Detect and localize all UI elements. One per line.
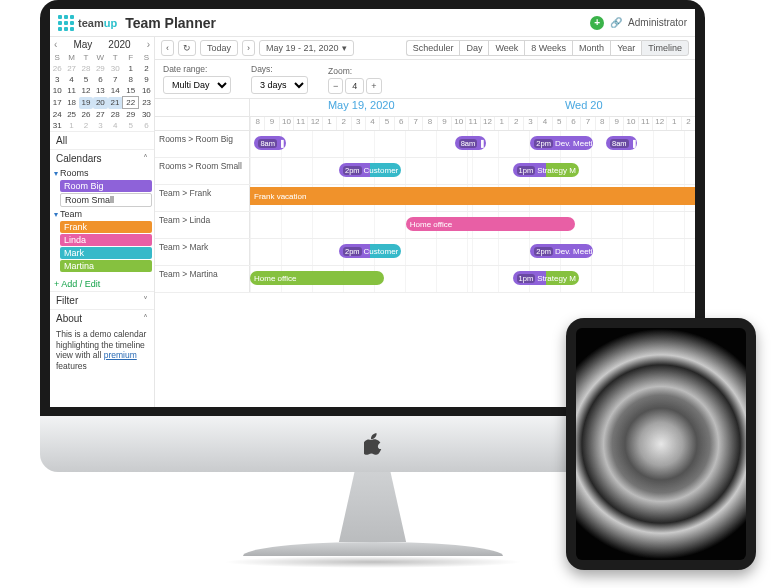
mini-cal-prev[interactable]: ‹ — [54, 39, 57, 50]
mini-cal-day[interactable]: 1 — [64, 120, 78, 131]
timeline-event[interactable]: 1pmStrategy M — [513, 163, 580, 177]
timeline-row-body[interactable]: Home office — [250, 212, 695, 238]
premium-link[interactable]: premium — [104, 350, 137, 360]
add-edit-link[interactable]: + Add / Edit — [50, 277, 154, 291]
mini-cal-next[interactable]: › — [147, 39, 150, 50]
mini-cal-day[interactable]: 4 — [64, 74, 78, 85]
mini-cal-day[interactable]: 24 — [50, 109, 64, 121]
sidebar-about-toggle[interactable]: About˄ — [50, 309, 154, 327]
refresh-button[interactable]: ↻ — [178, 40, 196, 56]
calendar-item[interactable]: Frank — [60, 221, 152, 233]
timeline-event[interactable]: Frank vacation — [250, 187, 695, 205]
date-range-select[interactable]: Multi Day — [163, 76, 231, 94]
mini-cal-day[interactable]: 3 — [50, 74, 64, 85]
view-tab-timeline[interactable]: Timeline — [641, 40, 689, 56]
brand-logo[interactable]: teamup — [58, 15, 117, 31]
mini-cal-day[interactable]: 2 — [79, 120, 93, 131]
mini-cal-day[interactable]: 30 — [139, 109, 154, 121]
timeline-row-body[interactable]: 2pmCustomer2pmDev. Meeti — [250, 239, 695, 265]
calendar-group[interactable]: ▾Rooms — [52, 167, 152, 179]
timeline-event[interactable]: Home office — [250, 271, 384, 285]
zoom-out-button[interactable]: − — [328, 78, 343, 94]
mini-cal-day[interactable]: 19 — [79, 97, 93, 109]
timeline-event[interactable]: 8am❚ — [254, 136, 285, 150]
mini-cal-day[interactable]: 1 — [123, 63, 139, 74]
mini-cal-day[interactable]: 27 — [64, 63, 78, 74]
sidebar-calendars-toggle[interactable]: Calendars˄ — [50, 149, 154, 167]
view-tab-year[interactable]: Year — [610, 40, 641, 56]
mini-cal-day[interactable]: 14 — [108, 85, 123, 97]
mini-cal-day[interactable]: 22 — [123, 97, 139, 109]
mini-cal-day[interactable]: 29 — [123, 109, 139, 121]
mini-cal-day[interactable]: 4 — [108, 120, 123, 131]
timeline-event[interactable]: 8am❚ — [606, 136, 637, 150]
timeline-event[interactable]: Home office — [406, 217, 575, 231]
mini-calendar[interactable]: SMTWTFS 26272829301234567891011121314151… — [50, 52, 154, 131]
timeline-event[interactable]: 2pmDev. Meeti — [530, 136, 592, 150]
calendar-item[interactable]: Room Big — [60, 180, 152, 192]
mini-cal-day[interactable]: 10 — [50, 85, 64, 97]
mini-cal-day[interactable]: 5 — [123, 120, 139, 131]
timeline-event[interactable]: 2pmDev. Meeti — [530, 244, 592, 258]
calendar-group[interactable]: ▾Team — [52, 208, 152, 220]
zoom-in-button[interactable]: + — [366, 78, 381, 94]
calendar-item[interactable]: Mark — [60, 247, 152, 259]
mini-cal-day[interactable]: 7 — [108, 74, 123, 85]
mini-cal-day[interactable]: 11 — [64, 85, 78, 97]
mini-cal-day[interactable]: 23 — [139, 97, 154, 109]
mini-cal-day[interactable]: 17 — [50, 97, 64, 109]
timeline-event[interactable]: 8am❚ — [455, 136, 486, 150]
mini-cal-day[interactable]: 30 — [108, 63, 123, 74]
timeline-event[interactable]: 2pmCustomer — [339, 244, 401, 258]
timeline-event[interactable]: 1pmStrategy M — [513, 271, 580, 285]
mini-cal-day[interactable]: 16 — [139, 85, 154, 97]
add-button[interactable]: + — [590, 16, 604, 30]
calendar-item[interactable]: Linda — [60, 234, 152, 246]
mini-cal-day[interactable]: 21 — [108, 97, 123, 109]
calendar-item[interactable]: Room Small — [60, 193, 152, 207]
view-tab-day[interactable]: Day — [459, 40, 488, 56]
next-button[interactable]: › — [242, 40, 255, 56]
mini-cal-day[interactable]: 18 — [64, 97, 78, 109]
today-button[interactable]: Today — [200, 40, 238, 56]
mini-cal-day[interactable]: 8 — [123, 74, 139, 85]
view-tab-8-weeks[interactable]: 8 Weeks — [524, 40, 572, 56]
mini-cal-day[interactable]: 5 — [79, 74, 93, 85]
apple-logo-icon — [364, 433, 382, 455]
mini-cal-day[interactable]: 29 — [93, 63, 107, 74]
timeline-row-body[interactable]: 2pmCustomer1pmStrategy M — [250, 158, 695, 184]
date-range-picker[interactable]: May 19 - 21, 2020▾ — [259, 40, 354, 56]
mini-cal-day[interactable]: 3 — [93, 120, 107, 131]
mini-cal-day[interactable]: 15 — [123, 85, 139, 97]
sidebar-all[interactable]: All — [50, 131, 154, 149]
admin-label[interactable]: Administrator — [628, 17, 687, 28]
mini-cal-day[interactable]: 25 — [64, 109, 78, 121]
mini-cal-day[interactable]: 13 — [93, 85, 107, 97]
timeline-event[interactable]: 2pmCustomer — [339, 163, 401, 177]
mini-cal-day[interactable]: 6 — [93, 74, 107, 85]
mini-cal-day[interactable]: 2 — [139, 63, 154, 74]
timeline-day-header[interactable]: May 19, 2020 — [250, 99, 473, 116]
mini-cal-day[interactable]: 9 — [139, 74, 154, 85]
timeline-row-body[interactable]: Frank vacation — [250, 185, 695, 211]
timeline-row-body[interactable]: Home office1pmStrategy M — [250, 266, 695, 292]
view-tab-month[interactable]: Month — [572, 40, 610, 56]
mini-cal-day[interactable]: 20 — [93, 97, 107, 109]
mini-cal-day[interactable]: 31 — [50, 120, 64, 131]
sidebar-filter-toggle[interactable]: Filter˅ — [50, 291, 154, 309]
view-tab-scheduler[interactable]: Scheduler — [406, 40, 460, 56]
mini-cal-day[interactable]: 27 — [93, 109, 107, 121]
mini-cal-day[interactable]: 28 — [79, 63, 93, 74]
mini-cal-day[interactable]: 6 — [139, 120, 154, 131]
timeline-row-body[interactable]: 8am❚8am❚2pmDev. Meeti8am❚ — [250, 131, 695, 157]
timeline-day-header[interactable]: Wed 20 — [473, 99, 696, 116]
mini-cal-day[interactable]: 28 — [108, 109, 123, 121]
mini-cal-day[interactable]: 26 — [50, 63, 64, 74]
prev-button[interactable]: ‹ — [161, 40, 174, 56]
calendar-item[interactable]: Martina — [60, 260, 152, 272]
view-tab-week[interactable]: Week — [488, 40, 524, 56]
mini-cal-day[interactable]: 12 — [79, 85, 93, 97]
days-select[interactable]: 3 days — [251, 76, 308, 94]
timeline-hour-tick: 1 — [494, 117, 508, 130]
mini-cal-day[interactable]: 26 — [79, 109, 93, 121]
